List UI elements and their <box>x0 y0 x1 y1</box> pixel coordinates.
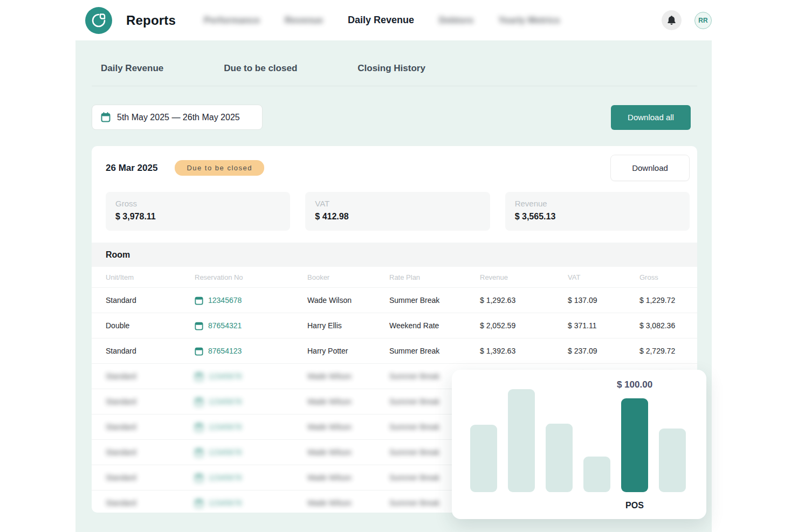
rate-plan-cell: Summer Break <box>389 296 480 305</box>
booker-cell: Harry Potter <box>307 347 389 355</box>
calendar-icon <box>195 499 203 508</box>
topbar-actions: RR <box>662 10 712 30</box>
stat-vat-label: VAT <box>315 199 480 208</box>
chart-bar-column <box>470 425 497 492</box>
calendar-icon <box>195 347 203 356</box>
stat-revenue-label: Revenue <box>515 199 680 208</box>
room-section-title: Room <box>106 250 130 260</box>
booker-cell: Wade Wilson <box>307 499 389 507</box>
stat-gross-label: Gross <box>115 199 280 208</box>
nav-item-daily-revenue[interactable]: Daily Revenue <box>348 15 414 26</box>
unit-item-cell: Standard <box>106 296 195 305</box>
chart-bar-column <box>583 457 610 492</box>
date-range-picker[interactable]: 5th May 2025 — 26th May 2025 <box>92 105 263 130</box>
reservation-link[interactable]: 87654123 <box>195 347 307 356</box>
booker-cell: Wade Wilson <box>307 372 389 381</box>
reservation-link[interactable]: 12345678 <box>195 499 307 508</box>
stat-gross: Gross $ 3,978.11 <box>106 192 290 231</box>
nav-item-performance[interactable]: Performance <box>204 15 260 26</box>
unit-item-cell: Standard <box>106 423 195 431</box>
unit-item-cell: Standard <box>106 372 195 381</box>
chart-bar-column <box>546 424 573 492</box>
tab-closing-history[interactable]: Closing History <box>357 63 425 74</box>
pie-chart-icon <box>91 12 107 29</box>
chart-bar-column <box>659 429 686 492</box>
booker-cell: Wade Wilson <box>307 397 389 406</box>
bell-icon <box>667 15 676 25</box>
unit-item-cell: Standard <box>106 347 195 355</box>
tab-daily-revenue[interactable]: Daily Revenue <box>101 63 163 74</box>
tab-due-to-be-closed[interactable]: Due to be closed <box>224 63 297 74</box>
revenue-cell: $ 1,292.63 <box>480 296 568 305</box>
unit-item-cell: Standard <box>106 397 195 406</box>
col-rate-plan: Rate Plan <box>389 273 480 281</box>
reservation-link[interactable]: 87654321 <box>195 321 307 330</box>
col-gross: Gross <box>639 273 697 281</box>
pos-chart-bars: $ 100.00POS <box>470 389 686 492</box>
booker-cell: Wade Wilson <box>307 448 389 457</box>
booker-cell: Wade Wilson <box>307 473 389 482</box>
summary-stats: Gross $ 3,978.11 VAT $ 412.98 Revenue $ … <box>92 189 697 231</box>
calendar-icon <box>195 423 203 432</box>
status-badge: Due to be closed <box>175 160 264 176</box>
nav-item-yearly-metrics[interactable]: Yearly Metrics <box>498 15 560 26</box>
pos-bar-value-label: $ 100.00 <box>617 379 652 390</box>
nav-item-debtors[interactable]: Debtors <box>439 15 473 26</box>
calendar-icon <box>195 397 203 406</box>
calendar-icon <box>195 372 203 381</box>
reservation-link[interactable]: 12345678 <box>195 473 307 482</box>
col-reservation-no: Reservation No <box>195 273 307 281</box>
col-revenue: Revenue <box>480 273 568 281</box>
page-title: Reports <box>126 13 176 28</box>
stat-revenue: Revenue $ 3,565.13 <box>505 192 690 231</box>
booker-cell: Harry Ellis <box>307 321 389 330</box>
stat-revenue-value: $ 3,565.13 <box>515 212 680 222</box>
col-unit-item: Unit/Item <box>106 273 195 281</box>
rate-plan-cell: Summer Break <box>389 347 480 355</box>
gross-cell: $ 1,229.72 <box>639 296 697 305</box>
report-date: 26 Mar 2025 <box>106 163 157 174</box>
calendar-icon <box>195 296 203 305</box>
chart-bar <box>546 424 573 492</box>
pos-bar-highlighted <box>621 398 648 492</box>
chart-bar <box>470 425 497 492</box>
reports-content: Daily Revenue Due to be closed Closing H… <box>75 40 712 532</box>
chart-bar-column <box>508 389 535 492</box>
unit-item-cell: Standard <box>106 473 195 482</box>
date-range-value: 5th May 2025 — 26th May 2025 <box>117 113 240 122</box>
pos-chart-popup: $ 100.00POS <box>452 370 706 519</box>
unit-item-cell: Standard <box>106 499 195 507</box>
chart-bar-column: $ 100.00POS <box>621 398 648 492</box>
reservation-link[interactable]: 12345678 <box>195 397 307 406</box>
stat-gross-value: $ 3,978.11 <box>115 212 280 222</box>
chart-bar <box>659 429 686 492</box>
calendar-icon <box>101 112 111 122</box>
nav-item-revenue[interactable]: Revenue <box>285 15 323 26</box>
chart-bar <box>583 457 610 492</box>
avatar[interactable]: RR <box>694 12 712 29</box>
reservation-link[interactable]: 12345678 <box>195 372 307 381</box>
table-row: Double87654321Harry EllisWeekend Rate$ 2… <box>92 313 697 338</box>
app-logo[interactable] <box>85 7 112 34</box>
revenue-cell: $ 1,392.63 <box>480 347 568 355</box>
report-card-header: 26 Mar 2025 Due to be closed Download <box>92 146 697 189</box>
download-button[interactable]: Download <box>610 155 690 181</box>
main-nav: Performance Revenue Daily Revenue Debtor… <box>204 15 560 26</box>
pos-bar-category-label: POS <box>625 501 644 510</box>
toolbar: 5th May 2025 — 26th May 2025 Download al… <box>92 105 691 130</box>
vat-cell: $ 371.11 <box>568 321 639 330</box>
calendar-icon <box>195 473 203 482</box>
calendar-icon <box>195 448 203 457</box>
tabs-divider <box>92 86 697 86</box>
notifications-button[interactable] <box>662 10 682 30</box>
unit-item-cell: Standard <box>106 448 195 457</box>
gross-cell: $ 3,082.36 <box>639 321 697 330</box>
booker-cell: Wade Wilson <box>307 423 389 431</box>
chart-bar <box>508 389 535 492</box>
reservation-link[interactable]: 12345678 <box>195 296 307 305</box>
stat-vat: VAT $ 412.98 <box>305 192 490 231</box>
download-all-button[interactable]: Download all <box>611 105 691 130</box>
unit-item-cell: Double <box>106 321 195 330</box>
reservation-link[interactable]: 12345678 <box>195 423 307 432</box>
reservation-link[interactable]: 12345678 <box>195 448 307 457</box>
